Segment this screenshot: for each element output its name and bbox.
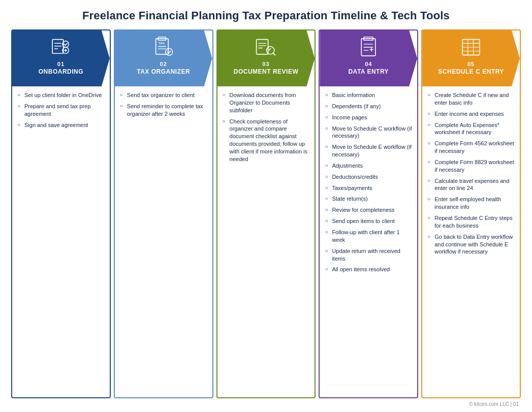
list-item: Follow-up with client after 1 week xyxy=(325,229,412,244)
column-items-01: Set up client folder in OneDrivePrepare … xyxy=(17,91,105,129)
column-02: TAX 02 TAX ORGANIZER Send tax organizer … xyxy=(114,29,213,398)
list-item: Set up client folder in OneDrive xyxy=(17,91,105,99)
svg-line-35 xyxy=(285,377,290,383)
svg-line-29 xyxy=(273,53,275,55)
list-item: Enter self-employed health insurance inf… xyxy=(427,196,515,211)
column-header-05: 05 SCHEDULE C ENTRY xyxy=(422,30,520,86)
svg-rect-18 xyxy=(143,340,176,381)
svg-rect-19 xyxy=(149,336,170,344)
step-number-02: 02 xyxy=(120,61,207,67)
footer: © kitces.com LLC | 01 xyxy=(11,401,521,407)
list-item: Deductions/credits xyxy=(325,173,412,181)
step-label-02: TAX ORGANIZER xyxy=(120,68,207,75)
ghost-watermark xyxy=(441,332,502,397)
list-item: Basic information xyxy=(325,91,412,99)
list-item: Prepare and send tax prep agreement xyxy=(17,103,105,118)
list-item: State return(s) xyxy=(325,195,412,203)
svg-text:TAX: TAX xyxy=(159,41,165,45)
list-item: Taxes/payments xyxy=(325,184,412,192)
column-header-04: 04 DATA ENTRY xyxy=(320,30,417,86)
ghost-watermark xyxy=(30,332,91,397)
svg-rect-52 xyxy=(449,342,493,383)
list-item: Move to Schedule C workflow (if necessar… xyxy=(325,125,412,140)
ghost-watermark: TAX xyxy=(133,332,194,397)
page-title: Freelance Financial Planning Tax Prepara… xyxy=(11,9,521,22)
ghost-watermark xyxy=(235,332,296,397)
list-item: Sign and save agreement xyxy=(17,121,105,129)
svg-rect-30 xyxy=(241,342,272,381)
column-body-04: Basic informationDependents (if any)Inco… xyxy=(320,86,417,397)
svg-point-23 xyxy=(169,365,187,384)
list-item: Complete Form 4562 worksheet if necessar… xyxy=(427,140,515,155)
column-items-04: Basic informationDependents (if any)Inco… xyxy=(325,91,412,273)
list-item: Send reminder to complete tax organizer … xyxy=(120,103,207,118)
list-item: Adjustments xyxy=(325,162,412,170)
list-item: Review for completeness xyxy=(325,206,412,214)
data-icon xyxy=(325,36,412,59)
schedule-icon xyxy=(427,36,515,59)
svg-rect-42 xyxy=(356,336,381,344)
list-item: Check completeness of organizer and comp… xyxy=(223,118,310,163)
svg-point-10 xyxy=(65,346,81,362)
column-body-03: Download documents from Organizer to Doc… xyxy=(217,86,315,397)
svg-point-11 xyxy=(65,362,81,378)
column-03: 03 DOCUMENT REVIEW Download documents fr… xyxy=(216,29,316,398)
column-header-02: TAX 02 TAX ORGANIZER xyxy=(115,30,212,86)
list-item: Create Schedule C if new and enter basic… xyxy=(427,91,515,107)
column-header-03: 03 DOCUMENT REVIEW xyxy=(217,30,315,86)
list-item: Send open items to client xyxy=(325,217,412,225)
step-number-04: 04 xyxy=(325,61,412,67)
list-item: Update return with received items xyxy=(325,247,412,263)
list-item: Income pages xyxy=(325,114,412,121)
step-number-01: 01 xyxy=(17,61,105,67)
columns-wrapper: 01 ONBOARDING Set up client folder in On… xyxy=(11,29,521,398)
list-item: Complete Auto Expenses* worksheet if nec… xyxy=(427,121,515,137)
column-items-05: Create Schedule C if new and enter basic… xyxy=(427,91,515,256)
svg-point-34 xyxy=(268,360,288,381)
list-item: Go back to Data Entry workflow and conti… xyxy=(427,233,515,256)
column-items-03: Download documents from Organizer to Doc… xyxy=(223,91,310,163)
svg-text:TAX: TAX xyxy=(150,347,166,356)
column-body-05: Create Schedule C if new and enter basic… xyxy=(422,86,520,397)
list-item: Download documents from Organizer to Doc… xyxy=(223,91,310,114)
step-label-04: DATA ENTRY xyxy=(325,68,412,75)
step-label-01: ONBOARDING xyxy=(17,68,105,75)
list-item: All open items resolved xyxy=(325,266,412,273)
column-items-02: Send tax organizer to clientSend reminde… xyxy=(120,91,207,118)
list-item: Calculate travel expenses and enter on l… xyxy=(427,177,515,193)
column-body-02: Send tax organizer to clientSend reminde… xyxy=(115,86,212,397)
svg-point-17 xyxy=(166,48,173,55)
column-05: 05 SCHEDULE C ENTRY Create Schedule C if… xyxy=(421,29,521,398)
column-body-01: Set up client folder in OneDrivePrepare … xyxy=(12,86,110,397)
list-item: Move to Schedule E workflow (if necessar… xyxy=(325,143,412,159)
column-header-01: 01 ONBOARDING xyxy=(12,30,110,86)
list-item: Dependents (if any) xyxy=(325,103,412,110)
list-item: Complete Form 8829 worksheet if necessar… xyxy=(427,159,515,174)
column-04: 04 DATA ENTRY Basic informationDependent… xyxy=(319,29,418,398)
column-01: 01 ONBOARDING Set up client folder in On… xyxy=(11,29,111,398)
tax-icon: TAX xyxy=(120,36,207,59)
step-number-05: 05 xyxy=(427,61,515,67)
svg-rect-24 xyxy=(257,40,268,54)
step-number-03: 03 xyxy=(223,61,310,67)
onboarding-icon xyxy=(17,36,105,59)
ghost-watermark xyxy=(338,332,399,397)
page: Freelance Financial Planning Tax Prepara… xyxy=(0,0,532,412)
svg-rect-41 xyxy=(350,340,387,385)
document-icon xyxy=(223,36,310,59)
list-item: Send tax organizer to client xyxy=(120,91,207,99)
step-label-05: SCHEDULE C ENTRY xyxy=(427,68,515,75)
list-item: Repeat Schedule C Entry steps for each b… xyxy=(427,214,515,230)
step-label-03: DOCUMENT REVIEW xyxy=(223,68,310,75)
list-item: Enter income and expenses xyxy=(427,110,515,118)
svg-rect-6 xyxy=(39,342,67,378)
